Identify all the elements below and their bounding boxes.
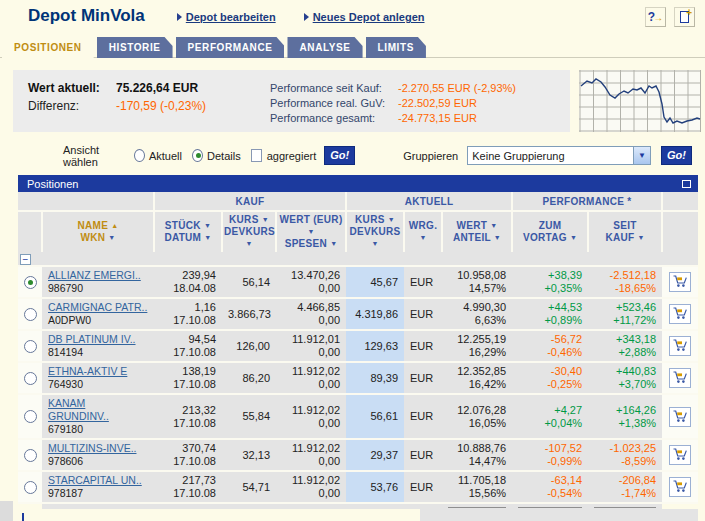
position-row: ETHNA-AKTIV E 764930 138,19 17.10.08 86,…	[18, 362, 698, 394]
row-select-radio[interactable]	[24, 340, 37, 353]
tab-analyse[interactable]: ANALYSE	[287, 37, 362, 58]
ansicht-go-button[interactable]: Go!	[324, 146, 355, 165]
datum-value: 17.10.08	[160, 417, 216, 430]
aggregiert-checkbox[interactable]	[251, 149, 262, 162]
kurs-aktuell-value: 4.319,86	[352, 308, 398, 321]
vortag-pct-value: -0,46%	[518, 346, 582, 359]
row-select-radio[interactable]	[24, 410, 37, 423]
buy-cart-button[interactable]	[669, 272, 691, 292]
radio-details[interactable]	[192, 149, 203, 162]
sort-desc-icon: ▼	[108, 234, 115, 241]
gruppieren-go-button[interactable]: Go!	[661, 146, 692, 165]
cart-icon	[672, 409, 688, 423]
row-select-radio[interactable]	[24, 372, 37, 385]
col-name-wkn[interactable]: NAME ▲ WKN ▼	[42, 211, 154, 252]
seit-kauf-pct-value: -18,65%	[594, 282, 656, 295]
position-name-link[interactable]: MULTIZINS-INVE..	[48, 442, 136, 455]
row-select-radio[interactable]	[24, 308, 37, 321]
position-name-link[interactable]: DB PLATINUM IV..	[48, 333, 136, 346]
perf-gesamt-value: -24.773,15 EUR	[398, 112, 516, 124]
col-wrg[interactable]: WRG. ▼	[404, 211, 442, 252]
radio-details-label: Details	[207, 150, 241, 162]
col-zum-vortag[interactable]: ZUM VORTAG ▼	[512, 211, 588, 252]
col-wert-anteil[interactable]: WERT ▼ ANTEIL ▼	[442, 211, 512, 252]
row-select-radio[interactable]	[24, 276, 37, 289]
anteil-value: 14,47%	[448, 455, 506, 468]
buy-cart-button[interactable]	[669, 336, 691, 356]
col-seit-kauf[interactable]: SEIT KAUF ▼	[588, 211, 662, 252]
wert-eur-value: 11.912,02	[282, 365, 340, 378]
buy-cart-button[interactable]	[669, 304, 691, 324]
wert-aktuell-value: 12.352,85	[448, 365, 506, 378]
vortag-abs-value: +4,27	[518, 404, 582, 417]
group-performance: PERFORMANCE *	[512, 192, 662, 211]
seit-kauf-pct-value: +1,38%	[594, 417, 656, 430]
neues-depot-anlegen-link[interactable]: Neues Depot anlegen	[304, 11, 425, 23]
datum-value: 17.10.08	[160, 378, 216, 391]
position-name-link[interactable]: STARCAPITAL UN..	[48, 474, 142, 487]
tab-performance[interactable]: PERFORMANCE	[176, 37, 285, 58]
position-name-link[interactable]: ALLIANZ EMERGI..	[48, 269, 141, 282]
summary-section: Wert aktuell: 75.226,64 EUR Differenz: -…	[13, 70, 705, 132]
position-wkn: A0DPW0	[48, 314, 148, 327]
cart-icon	[672, 338, 688, 352]
position-row: ALLIANZ EMERGI.. 986790 239,94 18.04.08 …	[18, 266, 698, 298]
depot-bearbeiten-link[interactable]: Depot bearbeiten	[177, 11, 276, 23]
stueck-value: 1,16	[160, 301, 216, 314]
new-window-icon[interactable]: +	[674, 7, 695, 27]
collapse-group-icon[interactable]: −	[20, 254, 31, 265]
spesen-value: 0,00	[282, 455, 340, 468]
header-links: Depot bearbeiten Neues Depot anlegen	[177, 11, 425, 23]
seit-kauf-pct-value: -8,59%	[594, 455, 656, 468]
window-icon[interactable]	[682, 180, 691, 188]
row-select-radio[interactable]	[24, 481, 37, 494]
col-kurs-devkurs-kauf[interactable]: KURS ▼ DEVKURS ▼	[222, 211, 276, 252]
help-icon[interactable]: ?→	[645, 7, 666, 27]
datum-value: 18.04.08	[160, 282, 216, 295]
position-name-link[interactable]: CARMIGNAC PATR..	[48, 301, 147, 314]
seit-kauf-pct-value: +11,72%	[594, 314, 656, 327]
top-icons: ?→ +	[645, 7, 695, 27]
col-wert-spesen[interactable]: WERT (EUR) ▼ SPESEN ▼	[276, 211, 346, 252]
vortag-abs-value: -56,72	[518, 333, 582, 346]
row-select-radio[interactable]	[24, 449, 37, 462]
wert-eur-value: 11.912,02	[282, 442, 340, 455]
buy-cart-button[interactable]	[669, 368, 691, 388]
kurs-aktuell-value: 53,76	[352, 481, 398, 494]
waehrung-value: EUR	[410, 410, 436, 423]
vortag-pct-value: +0,89%	[518, 314, 582, 327]
sort-desc-icon: ▼	[371, 240, 378, 247]
sort-desc-icon: ▼	[419, 234, 426, 241]
perf-seit-kauf-value: -2.270,55 EUR (-2,93%)	[398, 82, 516, 94]
arrow-bullet-icon	[177, 13, 182, 21]
position-name-link[interactable]: KANAM GRUNDINV..	[48, 397, 148, 423]
buy-cart-button[interactable]	[669, 477, 691, 497]
wert-aktuell-value: 11.705,18	[448, 474, 506, 487]
perf-real-guv-label: Performance real. GuV:	[270, 97, 398, 109]
radio-aktuell[interactable]	[134, 149, 145, 162]
waehrung-value: EUR	[410, 308, 436, 321]
col-stueck-datum[interactable]: STÜCK ▼ DATUM ▼	[154, 211, 222, 252]
tab-limits[interactable]: LIMITS	[366, 37, 426, 58]
waehrung-value: EUR	[410, 372, 436, 385]
positionen-panel: Positionen KAUF AKTUELL PERFORMANCE * NA…	[18, 175, 698, 521]
vortag-pct-value: -0,99%	[518, 455, 582, 468]
seit-kauf-abs-value: +523,46	[594, 301, 656, 314]
spesen-value: 0,00	[282, 487, 340, 500]
buy-cart-button[interactable]	[669, 407, 691, 427]
tab-historie[interactable]: HISTORIE	[97, 37, 173, 58]
seit-kauf-pct-value: -1,74%	[594, 487, 656, 500]
wert-aktuell-value: 10.958,08	[448, 269, 506, 282]
stueck-value: 213,32	[160, 404, 216, 417]
gruppieren-select[interactable]: Keine Gruppierung ▼	[467, 146, 651, 165]
kurs-kauf-value: 126,00	[228, 340, 270, 353]
tab-positionen[interactable]: POSITIONEN	[2, 37, 94, 58]
stueck-value: 138,19	[160, 365, 216, 378]
kurs-kauf-value: 55,84	[228, 410, 270, 423]
summary-performance: Performance seit Kauf: -2.270,55 EUR (-2…	[270, 81, 516, 124]
vortag-pct-value: +0,35%	[518, 282, 582, 295]
positions-table: KAUF AKTUELL PERFORMANCE * NAME ▲ WKN ▼ …	[18, 192, 698, 521]
col-kurs-devkurs-aktuell[interactable]: KURS ▼ DEVKURS ▼	[346, 211, 404, 252]
position-name-link[interactable]: ETHNA-AKTIV E	[48, 365, 127, 378]
buy-cart-button[interactable]	[669, 445, 691, 465]
